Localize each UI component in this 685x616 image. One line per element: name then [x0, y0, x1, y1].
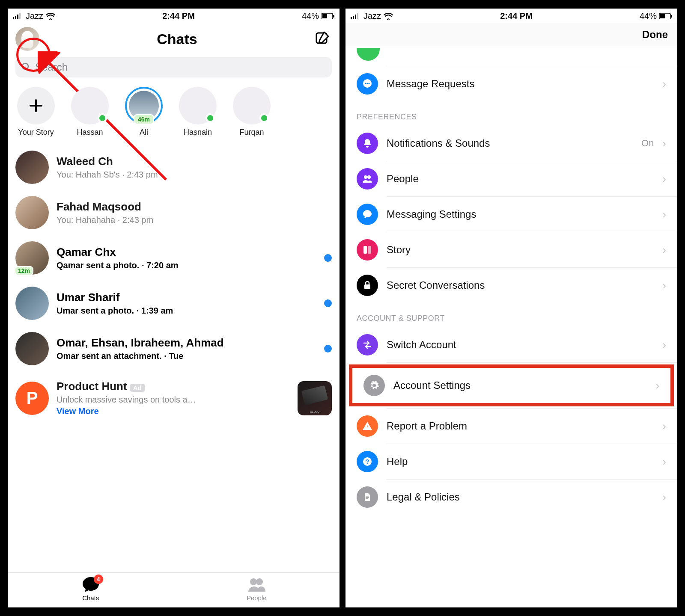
svg-point-25	[368, 83, 369, 84]
settings-list[interactable]: Message Requests › PREFERENCES Notificat…	[345, 45, 677, 515]
settings-label: Messaging Settings	[387, 208, 654, 220]
settings-row-notifications-sounds[interactable]: Notifications & Sounds On ›	[345, 126, 677, 161]
settings-label: People	[387, 173, 654, 185]
chat-preview: Umar sent a photo. · 1:39 am	[57, 306, 316, 316]
chat-preview: You: Hahah Sb's · 2:43 pm	[57, 170, 332, 180]
stories-row[interactable]: Your Story Hassan 46m Ali Hasnain Furqan	[8, 83, 340, 142]
status-bar: Jazz 2:44 PM 44%	[8, 9, 340, 23]
unread-dot-icon	[324, 299, 332, 307]
tab-people[interactable]: People	[174, 573, 340, 607]
chat-row[interactable]: Waleed Ch You: Hahah Sb's · 2:43 pm	[8, 145, 340, 190]
svg-rect-29	[368, 246, 371, 254]
ad-cta-link[interactable]: View More	[57, 406, 290, 416]
settings-row-secret-conversations[interactable]: Secret Conversations ›	[345, 268, 677, 303]
search-input[interactable]: Search	[15, 57, 332, 77]
tab-label: Chats	[82, 594, 99, 601]
tab-chats[interactable]: 4 Chats	[8, 573, 174, 607]
svg-point-26	[364, 175, 367, 179]
warning-icon	[357, 415, 378, 437]
story-add[interactable]: Your Story	[15, 87, 57, 137]
compose-button[interactable]	[315, 30, 332, 47]
settings-row-story[interactable]: Story ›	[345, 232, 677, 267]
story-item-hassan[interactable]: Hassan	[69, 87, 110, 137]
story-item-hasnain[interactable]: Hasnain	[177, 87, 218, 137]
svg-rect-16	[353, 16, 354, 19]
battery-pct-label: 44%	[640, 11, 657, 21]
chat-preview: Qamar sent a photo. · 7:20 am	[57, 261, 316, 270]
svg-rect-6	[333, 15, 334, 18]
people-icon	[247, 576, 266, 593]
settings-row-switch-account[interactable]: Switch Account ›	[345, 327, 677, 362]
chat-row[interactable]: 12m Qamar Chx Qamar sent a photo. · 7:20…	[8, 235, 340, 281]
svg-rect-15	[351, 17, 352, 19]
svg-rect-30	[364, 284, 370, 289]
settings-row-account-settings[interactable]: Account Settings ›	[352, 368, 670, 403]
ad-title: Product Hunt	[57, 380, 127, 393]
chevron-right-icon: ›	[662, 420, 666, 433]
settings-row-message-requests[interactable]: Message Requests ›	[345, 66, 677, 101]
svg-point-13	[250, 578, 257, 585]
online-dot-icon	[98, 113, 107, 123]
svg-text:?: ?	[365, 458, 369, 465]
gear-icon	[363, 375, 385, 396]
section-header-account: ACCOUNT & SUPPORT	[345, 303, 677, 327]
svg-rect-35	[366, 498, 368, 499]
chevron-right-icon: ›	[662, 77, 666, 91]
ad-caption: $1000	[298, 410, 332, 414]
chevron-right-icon: ›	[662, 243, 666, 257]
chat-name: Waleed Ch	[57, 155, 332, 168]
settings-value: On	[641, 138, 654, 149]
chevron-right-icon: ›	[655, 379, 659, 392]
story-label: Hasnain	[184, 128, 212, 137]
section-header-preferences: PREFERENCES	[345, 101, 677, 126]
svg-point-24	[366, 83, 368, 84]
people-icon	[357, 168, 378, 190]
chat-avatar	[15, 287, 49, 320]
sponsored-ad-row[interactable]: P Product HuntAd Unlock massive savings …	[8, 374, 340, 422]
active-status-peek	[357, 48, 380, 61]
left-phone-chats-screen: Jazz 2:44 PM 44% Chats	[8, 9, 340, 607]
chevron-right-icon: ›	[662, 208, 666, 221]
settings-row-help[interactable]: ? Help ›	[345, 444, 677, 479]
search-placeholder: Search	[35, 61, 68, 73]
settings-row-people[interactable]: People ›	[345, 161, 677, 196]
status-bar: Jazz 2:44 PM 44%	[345, 9, 677, 23]
page-title: Chats	[157, 31, 197, 47]
chat-row[interactable]: Fahad Maqsood You: Hahahaha · 2:43 pm	[8, 190, 340, 235]
svg-rect-0	[13, 17, 14, 19]
document-icon	[357, 486, 378, 508]
ad-badge: Ad	[130, 384, 145, 392]
chat-name: Omar, Ehsan, Ibraheem, Ahmad	[57, 336, 316, 349]
story-icon	[357, 239, 378, 261]
chevron-right-icon: ›	[662, 137, 666, 150]
chats-badge: 4	[94, 575, 103, 584]
chat-avatar	[15, 151, 49, 184]
chat-row[interactable]: Omar, Ehsan, Ibraheem, Ahmad Omar sent a…	[8, 326, 340, 371]
story-item-ali[interactable]: 46m Ali	[123, 87, 164, 137]
chevron-right-icon: ›	[662, 279, 666, 292]
settings-row-legal-policies[interactable]: Legal & Policies ›	[345, 480, 677, 515]
plus-icon	[29, 98, 43, 113]
settings-label: Help	[387, 456, 654, 468]
story-item-furqan[interactable]: Furqan	[231, 87, 272, 137]
settings-row-messaging-settings[interactable]: Messaging Settings ›	[345, 197, 677, 232]
carrier-label: Jazz	[26, 11, 43, 21]
unread-dot-icon	[324, 254, 332, 262]
settings-label: Switch Account	[387, 339, 654, 351]
clock-label: 2:44 PM	[500, 11, 533, 21]
done-button[interactable]: Done	[642, 29, 668, 41]
ad-avatar: P	[15, 382, 49, 415]
active-time-badge: 12m	[15, 266, 33, 275]
story-label: Your Story	[18, 128, 54, 137]
settings-row-report-a-problem[interactable]: Report a Problem ›	[345, 409, 677, 444]
profile-avatar-button[interactable]	[15, 27, 39, 51]
chat-row[interactable]: Umar Sharif Umar sent a photo. · 1:39 am	[8, 281, 340, 326]
lock-icon	[357, 275, 378, 296]
svg-point-23	[365, 83, 366, 84]
settings-label: Story	[387, 244, 654, 256]
ad-thumbnail[interactable]: $1000	[298, 381, 332, 415]
chat-dots-icon	[357, 73, 378, 95]
chat-list[interactable]: Waleed Ch You: Hahah Sb's · 2:43 pm Faha…	[8, 142, 340, 374]
settings-label: Account Settings	[393, 379, 647, 391]
svg-rect-5	[322, 14, 327, 18]
